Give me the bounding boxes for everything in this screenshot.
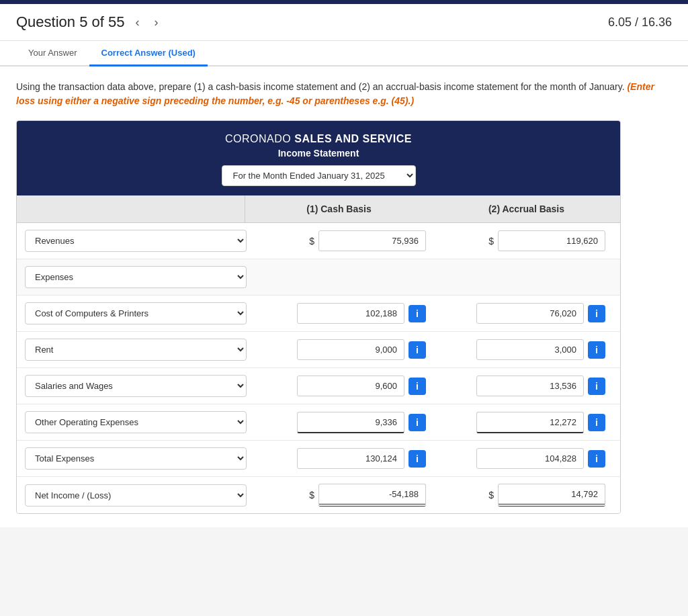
revenues-select[interactable]: Revenues [25,230,247,252]
total-expenses-select[interactable]: Total Expenses [25,447,247,470]
cost-computers-row: Cost of Computers & Printers i i [17,296,620,332]
cost-computers-accrual-info-btn[interactable]: i [588,305,605,322]
table-header: CORONADO SALES AND SERVICE Income Statem… [17,121,620,195]
salaries-cash-info-btn[interactable]: i [408,378,426,395]
cost-computers-accrual-input[interactable] [476,303,584,324]
cost-computers-cash-info-btn[interactable]: i [408,305,426,322]
instruction-main: Using the transaction data above, prepar… [16,80,672,108]
rent-accrual-info-btn[interactable]: i [588,341,605,359]
rent-label-cell: Rent [25,339,253,361]
income-statement-table: CORONADO SALES AND SERVICE Income Statem… [16,120,621,514]
prev-button[interactable]: ‹ [131,14,143,31]
revenues-row: Revenues $ $ [17,223,620,259]
cost-computers-cash-input[interactable] [297,303,404,324]
total-expenses-accrual-input[interactable] [476,448,584,469]
col-header-accrual: (2) Accrual Basis [433,195,620,222]
total-expenses-cash-cell: i [253,448,433,469]
salaries-cash-input[interactable] [297,376,404,396]
salaries-cash-cell: i [253,376,433,396]
revenues-cash-dollar: $ [309,236,314,247]
header-left: Question 5 of 55 ‹ › [16,13,162,31]
col-header-label [17,195,245,222]
score-label: 6.05 / 16.36 [608,15,672,30]
revenues-accrual-dollar: $ [488,236,494,247]
revenues-cash-cell: $ [253,230,433,251]
rent-cash-info-btn[interactable]: i [408,341,426,359]
tab-correct-answer[interactable]: Correct Answer (Used) [89,41,208,67]
revenues-accrual-input[interactable] [498,230,605,251]
expenses-select[interactable]: Expenses [25,266,247,288]
total-expenses-cash-info-btn[interactable]: i [408,450,426,468]
net-income-accrual-dollar: $ [488,490,494,500]
other-expenses-row: Other Operating Expenses i i [17,404,620,441]
cost-computers-select[interactable]: Cost of Computers & Printers [25,302,247,324]
other-expenses-cash-input[interactable] [297,412,404,433]
rent-row: Rent i i [17,332,620,368]
cost-computers-accrual-cell: i [433,303,612,324]
rent-cash-cell: i [253,339,433,360]
cost-computers-cash-cell: i [253,303,433,324]
next-button[interactable]: › [150,14,162,31]
salaries-accrual-cell: i [433,376,612,396]
header: Question 5 of 55 ‹ › 6.05 / 16.36 [0,4,688,41]
total-expenses-row: Total Expenses i i [17,441,620,477]
salaries-select[interactable]: Salaries and Wages [25,375,247,397]
net-income-cash-cell: $ [253,484,433,507]
tab-your-answer[interactable]: Your Answer [16,41,89,67]
question-label: Question 5 of 55 [16,13,124,31]
col-headers: (1) Cash Basis (2) Accrual Basis [17,195,620,223]
tabs-row: Your Answer Correct Answer (Used) [0,41,688,67]
date-dropdown-wrapper: For the Month Ended January 31, 2025 [30,165,607,186]
other-expenses-label-cell: Other Operating Expenses [25,411,253,433]
revenues-cash-input[interactable] [318,230,426,251]
net-income-label-cell: Net Income / (Loss) [25,484,253,507]
net-income-accrual-cell: $ [433,484,612,507]
salaries-accrual-info-btn[interactable]: i [588,378,605,395]
net-income-select[interactable]: Net Income / (Loss) [25,484,247,507]
net-income-accrual-input[interactable] [498,484,605,507]
total-expenses-accrual-info-btn[interactable]: i [588,450,605,468]
other-expenses-accrual-cell: i [433,412,612,433]
total-expenses-accrual-cell: i [433,448,612,469]
table-subtitle: Income Statement [30,148,607,159]
revenues-accrual-cell: $ [433,230,612,251]
date-dropdown[interactable]: For the Month Ended January 31, 2025 [222,165,416,186]
total-expenses-cash-input[interactable] [297,448,404,469]
rent-accrual-input[interactable] [476,339,584,360]
revenues-label-cell: Revenues [25,230,253,252]
salaries-row: Salaries and Wages i i [17,368,620,404]
rent-select[interactable]: Rent [25,339,247,361]
cost-computers-label-cell: Cost of Computers & Printers [25,302,253,324]
total-expenses-label-cell: Total Expenses [25,447,253,470]
other-expenses-accrual-input[interactable] [476,412,584,433]
rent-accrual-cell: i [433,339,612,360]
other-expenses-cash-info-btn[interactable]: i [408,414,426,431]
other-expenses-cash-cell: i [253,412,433,433]
salaries-label-cell: Salaries and Wages [25,375,253,397]
expenses-label-cell: Expenses [25,266,253,288]
net-income-cash-dollar: $ [309,490,314,500]
expenses-section-row: Expenses [17,259,620,296]
net-income-cash-input[interactable] [318,484,426,507]
col-header-cash: (1) Cash Basis [245,195,433,222]
table-company: CORONADO SALES AND SERVICE [30,133,607,145]
other-expenses-select[interactable]: Other Operating Expenses [25,411,247,433]
other-expenses-accrual-info-btn[interactable]: i [588,414,605,431]
salaries-accrual-input[interactable] [476,376,584,396]
net-income-row: Net Income / (Loss) $ $ [17,477,620,513]
content-area: Using the transaction data above, prepar… [0,67,688,527]
rent-cash-input[interactable] [297,339,404,360]
